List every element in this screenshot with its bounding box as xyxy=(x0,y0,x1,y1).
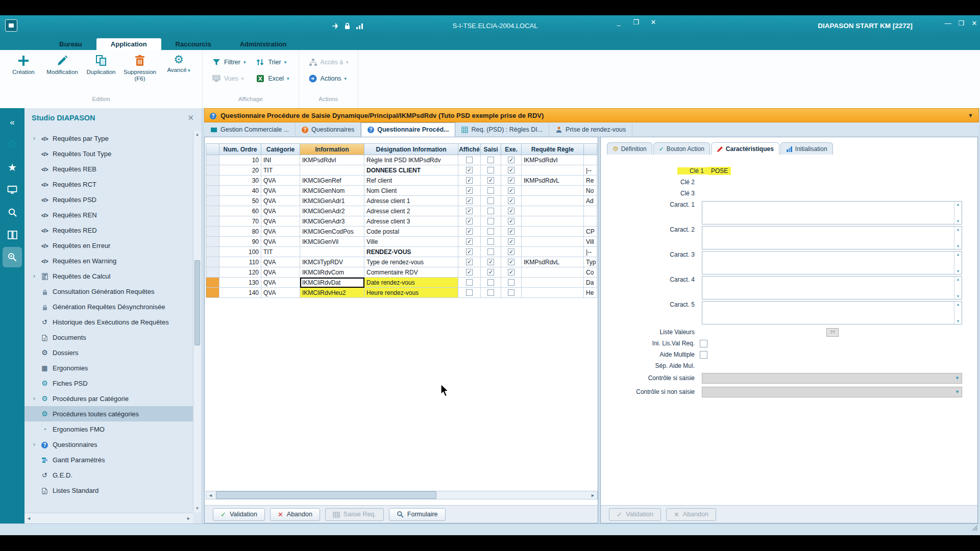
sidebar-horizontal-scrollbar[interactable]: ◄ ► xyxy=(24,513,193,523)
col-header-saisi[interactable]: Saisi xyxy=(481,144,501,155)
cell-partial[interactable]: Da xyxy=(584,278,597,288)
cell-saisi[interactable]: ✓ xyxy=(481,176,501,186)
cell-saisi[interactable] xyxy=(481,165,501,176)
cell-saisi-checkbox[interactable]: ✓ xyxy=(487,259,494,265)
restore-button[interactable]: ❐ xyxy=(630,18,642,29)
acc-s-button[interactable]: Accès à▾ xyxy=(304,54,353,70)
cell-information[interactable]: IKMCliGenCodPos xyxy=(300,227,364,237)
avanc-button[interactable]: ⚙Avancé ▾ xyxy=(160,54,197,73)
cell-ordre[interactable]: 140 xyxy=(219,288,261,298)
cell-saisi-checkbox[interactable] xyxy=(487,279,494,286)
scroll-down-icon[interactable]: ▼ xyxy=(193,505,201,512)
cell-information[interactable]: IKMCliRdvDat xyxy=(300,278,364,288)
lock-icon[interactable] xyxy=(344,21,351,30)
cell-requete-regle[interactable] xyxy=(522,196,584,206)
sidebar-item-requ-tes-reb[interactable]: </>Requêtes REB xyxy=(24,161,193,177)
sidebar-item-requ-tes-tout-type[interactable]: </>Requêtes Tout Type xyxy=(24,146,193,161)
cell-ordre[interactable]: 40 xyxy=(219,186,261,196)
strip-search-gear-icon[interactable] xyxy=(3,247,22,267)
cell-exe-checkbox[interactable]: ✓ xyxy=(508,259,514,265)
cell-categorie[interactable]: QVA xyxy=(261,176,300,186)
cell-designation[interactable]: Heure rendez-vous xyxy=(364,288,458,298)
liste-valeurs-button[interactable]: ?? xyxy=(826,328,839,337)
row-selector[interactable] xyxy=(206,176,219,186)
row-selector[interactable] xyxy=(206,165,219,176)
sidebar-item-dossiers[interactable]: ⚙Dossiers xyxy=(24,345,193,360)
cell-designation[interactable]: Ville xyxy=(364,237,458,247)
cell-exe-checkbox[interactable]: ✓ xyxy=(508,208,514,214)
menu-tab-raccourcis[interactable]: Raccourcis xyxy=(161,38,226,50)
cell-saisi-checkbox[interactable] xyxy=(487,289,494,296)
sidebar-item-ergonomies-fmo[interactable]: ◔Ergonomies FMO xyxy=(24,421,193,437)
caract-input-2[interactable]: ▲▼ xyxy=(702,226,962,249)
cell-saisi-checkbox[interactable] xyxy=(487,208,494,214)
sidebar-item-requ-tes-par-type[interactable]: ›</>Requêtes par Type xyxy=(24,131,193,146)
cell-affiche-checkbox[interactable]: ✓ xyxy=(466,187,473,194)
col-header-d-signation-information[interactable]: Désignation Information xyxy=(364,144,458,155)
col-header-exe[interactable]: Exe. xyxy=(501,144,522,155)
menu-tab-bureau[interactable]: Bureau xyxy=(45,38,96,50)
sidebar-item-consultation-g-n-ration-requ-tes[interactable]: Consultation Génération Requêtes xyxy=(24,284,193,299)
cell-ordre[interactable]: 80 xyxy=(219,227,261,237)
select-all-corner[interactable] xyxy=(206,144,219,155)
sidebar-item-requ-tes-de-calcul[interactable]: ›Requêtes de Calcul xyxy=(24,268,193,284)
scrollbar-thumb[interactable] xyxy=(194,260,200,345)
cell-affiche-checkbox[interactable] xyxy=(466,289,473,296)
cell-affiche-checkbox[interactable]: ✓ xyxy=(466,208,473,214)
cell-designation[interactable]: Adresse client 2 xyxy=(364,206,458,216)
cell-saisi-checkbox[interactable]: ✓ xyxy=(487,177,494,184)
cell-affiche[interactable]: ✓ xyxy=(458,176,481,186)
sidebar-item-questionnaires[interactable]: ›?Questionnaires xyxy=(24,437,193,452)
cell-exe[interactable] xyxy=(501,278,522,288)
cell-affiche[interactable]: ✓ xyxy=(458,257,481,267)
cell-categorie[interactable]: QVA xyxy=(261,227,300,237)
cell-affiche-checkbox[interactable] xyxy=(466,157,473,163)
sidebar-item-listes-standard[interactable]: Listes Standard xyxy=(24,483,193,498)
cell-exe[interactable]: ✓ xyxy=(501,227,522,237)
cell-exe[interactable]: ✓ xyxy=(501,176,522,186)
cell-affiche[interactable]: ✓ xyxy=(458,196,481,206)
cell-affiche-checkbox[interactable] xyxy=(466,279,473,286)
ctrl-non-saisie-dropdown[interactable]: ▼ xyxy=(702,387,962,397)
sidebar-item-gantt-param-tr-s[interactable]: Gantt Paramétrés xyxy=(24,452,193,467)
tab-gestion-commerciale[interactable]: Gestion Commerciale ... xyxy=(204,122,296,137)
cell-partial[interactable]: He xyxy=(584,288,597,298)
props-tab-caract-ristiques[interactable]: Caractéristiques xyxy=(711,142,779,155)
cell-exe[interactable]: ✓ xyxy=(501,206,522,216)
cell-exe-checkbox[interactable]: ✓ xyxy=(508,269,514,276)
cell-exe-checkbox[interactable]: ✓ xyxy=(508,197,514,204)
cell-ordre[interactable]: 20 xyxy=(219,165,261,176)
table-horizontal-scrollbar[interactable]: ◄ ► xyxy=(206,491,598,499)
cell-ordre[interactable]: 30 xyxy=(219,176,261,186)
cell-exe[interactable]: ✓ xyxy=(501,216,522,227)
cell-designation[interactable]: Règle Init PSD IKMPsdRdv xyxy=(364,155,458,165)
cell-exe-checkbox[interactable]: ✓ xyxy=(508,218,514,224)
sidebar-item-proc-dures-par-cat-gorie[interactable]: ›⚙Procédures par Catégorie xyxy=(24,391,193,406)
cell-exe[interactable]: ✓ xyxy=(501,257,522,267)
cell-exe[interactable]: ✓ xyxy=(501,196,522,206)
cell-ordre[interactable]: 50 xyxy=(219,196,261,206)
cell-requete-regle[interactable]: IKMPsdRdvL xyxy=(522,176,584,186)
cell-partial[interactable]: Vill xyxy=(584,237,597,247)
cell-saisi[interactable] xyxy=(481,227,501,237)
cell-exe[interactable]: ✓ xyxy=(501,237,522,247)
cell-affiche-checkbox[interactable]: ✓ xyxy=(466,259,473,265)
sidebar-item-requ-tes-red[interactable]: </>Requêtes RED xyxy=(24,222,193,238)
validation-button[interactable]: ✓Validation xyxy=(213,508,265,521)
suppression-f6-button[interactable]: Suppression (F6) xyxy=(121,54,158,82)
strip-collapse-icon[interactable]: « xyxy=(3,112,22,133)
spinner[interactable]: ▲▼ xyxy=(954,252,962,274)
cell-ordre[interactable]: 130 xyxy=(219,278,261,288)
cell-ordre[interactable]: 10 xyxy=(219,155,261,165)
formulaire-button[interactable]: Formulaire xyxy=(389,508,446,521)
cell-affiche-checkbox[interactable]: ✓ xyxy=(466,269,473,276)
maximize-button[interactable]: ❒ xyxy=(957,19,966,30)
cell-designation[interactable]: Type de rendez-vous xyxy=(364,257,458,267)
cell-categorie[interactable]: QVA xyxy=(261,216,300,227)
aide-multiple-checkbox[interactable] xyxy=(700,351,707,359)
row-selector[interactable] xyxy=(206,237,219,247)
spinner[interactable]: ▲▼ xyxy=(954,277,962,299)
cell-affiche-checkbox[interactable]: ✓ xyxy=(466,197,473,204)
cell-exe[interactable]: ✓ xyxy=(501,165,522,176)
tab-req-psd-r-gles-di[interactable]: Req. (PSD) : Règles DI... xyxy=(455,122,549,137)
